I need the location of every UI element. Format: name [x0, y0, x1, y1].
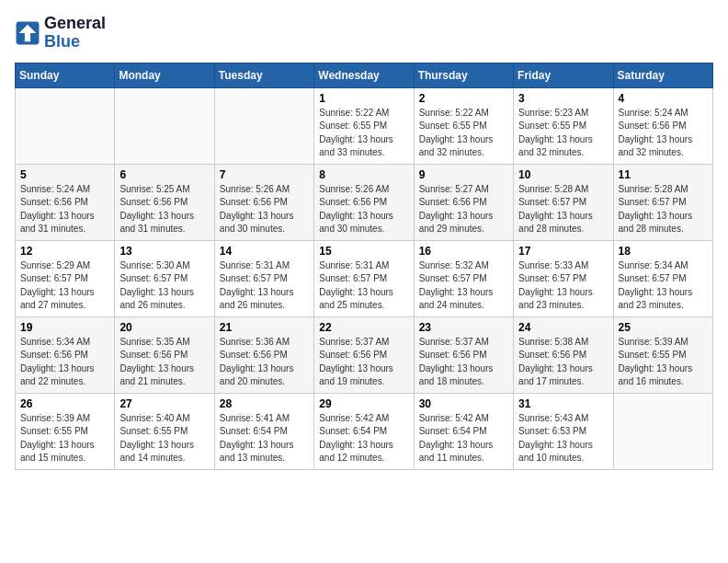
header-friday: Friday [514, 63, 613, 87]
calendar-header-row: SundayMondayTuesdayWednesdayThursdayFrid… [16, 63, 713, 87]
calendar-cell: 14Sunrise: 5:31 AM Sunset: 6:57 PM Dayli… [214, 240, 313, 316]
day-info: Sunrise: 5:38 AM Sunset: 6:56 PM Dayligh… [518, 336, 608, 389]
calendar-cell: 21Sunrise: 5:36 AM Sunset: 6:56 PM Dayli… [214, 316, 313, 393]
day-info: Sunrise: 5:23 AM Sunset: 6:55 PM Dayligh… [518, 107, 608, 160]
day-info: Sunrise: 5:25 AM Sunset: 6:56 PM Dayligh… [119, 183, 209, 236]
day-info: Sunrise: 5:42 AM Sunset: 6:54 PM Dayligh… [319, 412, 408, 465]
day-number: 28 [220, 397, 309, 410]
day-number: 4 [619, 92, 708, 105]
day-number: 24 [518, 321, 608, 334]
calendar-cell: 18Sunrise: 5:34 AM Sunset: 6:57 PM Dayli… [613, 240, 712, 316]
calendar-cell: 22Sunrise: 5:37 AM Sunset: 6:56 PM Dayli… [314, 316, 414, 393]
day-number: 19 [20, 321, 109, 334]
day-info: Sunrise: 5:36 AM Sunset: 6:56 PM Dayligh… [220, 336, 309, 389]
day-number: 12 [20, 245, 109, 258]
calendar-cell: 12Sunrise: 5:29 AM Sunset: 6:57 PM Dayli… [16, 240, 115, 316]
day-info: Sunrise: 5:30 AM Sunset: 6:57 PM Dayligh… [119, 259, 209, 313]
calendar-cell: 11Sunrise: 5:28 AM Sunset: 6:57 PM Dayli… [613, 164, 712, 240]
calendar-cell: 6Sunrise: 5:25 AM Sunset: 6:56 PM Daylig… [115, 164, 214, 240]
calendar-table: SundayMondayTuesdayWednesdayThursdayFrid… [15, 63, 713, 470]
day-number: 11 [619, 168, 708, 181]
day-info: Sunrise: 5:43 AM Sunset: 6:53 PM Dayligh… [518, 412, 608, 465]
day-info: Sunrise: 5:39 AM Sunset: 6:55 PM Dayligh… [20, 412, 109, 465]
calendar-cell: 10Sunrise: 5:28 AM Sunset: 6:57 PM Dayli… [514, 164, 613, 240]
day-number: 3 [518, 92, 608, 105]
day-number: 15 [319, 245, 408, 258]
day-number: 23 [419, 321, 508, 334]
day-info: Sunrise: 5:22 AM Sunset: 6:55 PM Dayligh… [319, 107, 408, 160]
calendar-week-2: 5Sunrise: 5:24 AM Sunset: 6:56 PM Daylig… [16, 164, 713, 240]
header-monday: Monday [115, 63, 214, 87]
calendar-week-3: 12Sunrise: 5:29 AM Sunset: 6:57 PM Dayli… [16, 240, 713, 316]
calendar-cell: 1Sunrise: 5:22 AM Sunset: 6:55 PM Daylig… [314, 87, 414, 164]
day-info: Sunrise: 5:33 AM Sunset: 6:57 PM Dayligh… [518, 259, 608, 313]
day-number: 17 [518, 245, 608, 258]
day-info: Sunrise: 5:24 AM Sunset: 6:56 PM Dayligh… [619, 107, 708, 160]
day-info: Sunrise: 5:37 AM Sunset: 6:56 PM Dayligh… [319, 336, 408, 389]
day-info: Sunrise: 5:31 AM Sunset: 6:57 PM Dayligh… [220, 259, 309, 313]
day-number: 10 [518, 168, 608, 181]
calendar-cell: 8Sunrise: 5:26 AM Sunset: 6:56 PM Daylig… [314, 164, 414, 240]
calendar-cell: 29Sunrise: 5:42 AM Sunset: 6:54 PM Dayli… [314, 393, 414, 469]
header-tuesday: Tuesday [214, 63, 313, 87]
page-header: General Blue [15, 15, 713, 52]
day-info: Sunrise: 5:31 AM Sunset: 6:57 PM Dayligh… [319, 259, 408, 313]
calendar-cell: 20Sunrise: 5:35 AM Sunset: 6:56 PM Dayli… [115, 316, 214, 393]
logo: General Blue [15, 15, 106, 52]
calendar-cell: 26Sunrise: 5:39 AM Sunset: 6:55 PM Dayli… [16, 393, 115, 469]
day-info: Sunrise: 5:32 AM Sunset: 6:57 PM Dayligh… [419, 259, 508, 313]
header-saturday: Saturday [613, 63, 712, 87]
calendar-cell: 17Sunrise: 5:33 AM Sunset: 6:57 PM Dayli… [514, 240, 613, 316]
day-number: 29 [319, 397, 408, 410]
calendar-week-4: 19Sunrise: 5:34 AM Sunset: 6:56 PM Dayli… [16, 316, 713, 393]
calendar-cell: 31Sunrise: 5:43 AM Sunset: 6:53 PM Dayli… [514, 393, 613, 469]
calendar-cell: 27Sunrise: 5:40 AM Sunset: 6:55 PM Dayli… [115, 393, 214, 469]
calendar-cell: 25Sunrise: 5:39 AM Sunset: 6:55 PM Dayli… [613, 316, 712, 393]
day-number: 26 [20, 397, 109, 410]
calendar-cell: 28Sunrise: 5:41 AM Sunset: 6:54 PM Dayli… [214, 393, 313, 469]
day-number: 6 [119, 168, 209, 181]
calendar-cell: 16Sunrise: 5:32 AM Sunset: 6:57 PM Dayli… [414, 240, 513, 316]
day-number: 20 [119, 321, 209, 334]
header-sunday: Sunday [16, 63, 115, 87]
calendar-cell: 2Sunrise: 5:22 AM Sunset: 6:55 PM Daylig… [414, 87, 513, 164]
day-info: Sunrise: 5:34 AM Sunset: 6:57 PM Dayligh… [619, 259, 708, 313]
day-number: 27 [119, 397, 209, 410]
day-info: Sunrise: 5:27 AM Sunset: 6:56 PM Dayligh… [419, 183, 508, 236]
calendar-cell: 7Sunrise: 5:26 AM Sunset: 6:56 PM Daylig… [214, 164, 313, 240]
day-info: Sunrise: 5:39 AM Sunset: 6:55 PM Dayligh… [619, 336, 708, 389]
calendar-cell: 19Sunrise: 5:34 AM Sunset: 6:56 PM Dayli… [16, 316, 115, 393]
calendar-cell [613, 393, 712, 469]
header-thursday: Thursday [414, 63, 513, 87]
day-info: Sunrise: 5:35 AM Sunset: 6:56 PM Dayligh… [119, 336, 209, 389]
day-number: 5 [20, 168, 109, 181]
day-number: 16 [419, 245, 508, 258]
calendar-cell: 23Sunrise: 5:37 AM Sunset: 6:56 PM Dayli… [414, 316, 513, 393]
day-info: Sunrise: 5:37 AM Sunset: 6:56 PM Dayligh… [419, 336, 508, 389]
logo-blue-text: Blue [44, 33, 106, 52]
day-number: 25 [619, 321, 708, 334]
calendar-cell: 24Sunrise: 5:38 AM Sunset: 6:56 PM Dayli… [514, 316, 613, 393]
day-number: 31 [518, 397, 608, 410]
day-info: Sunrise: 5:40 AM Sunset: 6:55 PM Dayligh… [119, 412, 209, 465]
day-number: 18 [619, 245, 708, 258]
day-info: Sunrise: 5:28 AM Sunset: 6:57 PM Dayligh… [619, 183, 708, 236]
calendar-week-1: 1Sunrise: 5:22 AM Sunset: 6:55 PM Daylig… [16, 87, 713, 164]
day-info: Sunrise: 5:26 AM Sunset: 6:56 PM Dayligh… [220, 183, 309, 236]
day-number: 13 [119, 245, 209, 258]
day-info: Sunrise: 5:28 AM Sunset: 6:57 PM Dayligh… [518, 183, 608, 236]
day-info: Sunrise: 5:24 AM Sunset: 6:56 PM Dayligh… [20, 183, 109, 236]
calendar-cell [214, 87, 313, 164]
calendar-cell: 5Sunrise: 5:24 AM Sunset: 6:56 PM Daylig… [16, 164, 115, 240]
day-number: 9 [419, 168, 508, 181]
day-info: Sunrise: 5:26 AM Sunset: 6:56 PM Dayligh… [319, 183, 408, 236]
day-info: Sunrise: 5:41 AM Sunset: 6:54 PM Dayligh… [220, 412, 309, 465]
day-info: Sunrise: 5:34 AM Sunset: 6:56 PM Dayligh… [20, 336, 109, 389]
logo-general-text: General [44, 15, 106, 33]
day-info: Sunrise: 5:29 AM Sunset: 6:57 PM Dayligh… [20, 259, 109, 313]
day-number: 2 [419, 92, 508, 105]
calendar-cell: 30Sunrise: 5:42 AM Sunset: 6:54 PM Dayli… [414, 393, 513, 469]
calendar-cell [16, 87, 115, 164]
day-number: 14 [220, 245, 309, 258]
general-blue-logo-icon [15, 20, 40, 46]
